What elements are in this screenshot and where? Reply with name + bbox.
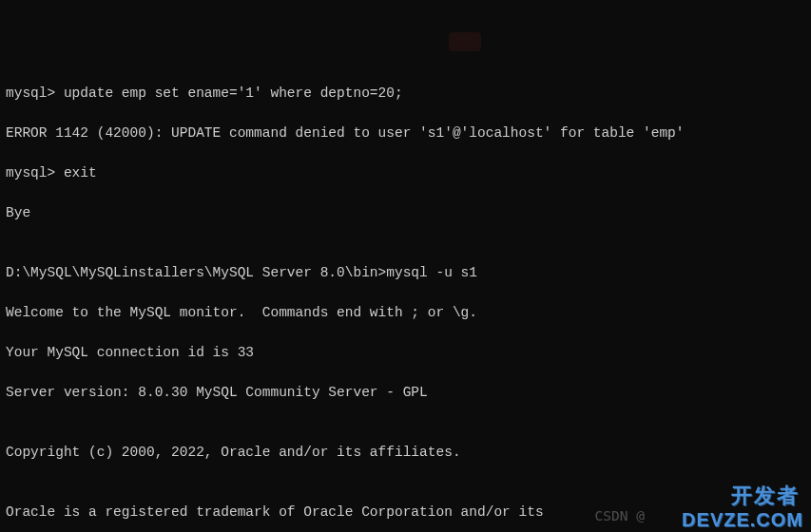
terminal-line: Welcome to the MySQL monitor. Commands e… <box>6 303 805 323</box>
watermark-devze: DEVZE.COM <box>682 510 803 530</box>
terminal-line: Bye <box>6 203 805 223</box>
terminal-line: ERROR 1142 (42000): UPDATE command denie… <box>6 124 805 143</box>
watermark-cn: 开发者 <box>731 485 800 505</box>
terminal-line: D:\MySQL\MySQLinstallers\MySQL Server 8.… <box>6 263 805 283</box>
watermark-csdn: CSDN @ <box>595 506 645 526</box>
terminal-line: Your MySQL connection id is 33 <box>6 343 805 363</box>
faint-overlay <box>449 32 481 51</box>
terminal-line: Copyright (c) 2000, 2022, Oracle and/or … <box>6 443 805 463</box>
terminal-line: Server version: 8.0.30 MySQL Community S… <box>6 383 805 403</box>
terminal-line: mysql> exit <box>6 163 805 183</box>
terminal-line: mysql> update emp set ename='1' where de… <box>6 84 805 104</box>
